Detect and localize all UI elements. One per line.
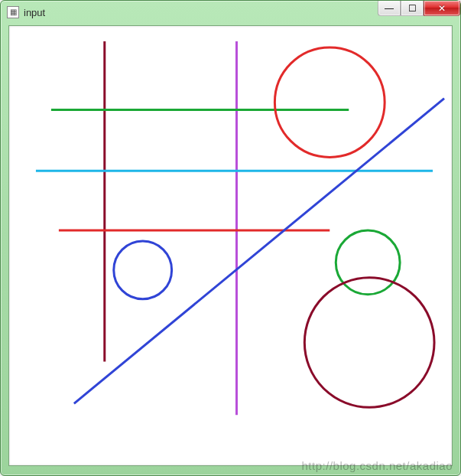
app-icon: ▦	[7, 6, 19, 18]
green-circle	[336, 230, 400, 295]
maximize-icon: ☐	[408, 3, 417, 14]
app-window: ▦ input — ☐ ✕ http://blog.csdn.net/akadi…	[0, 0, 461, 476]
window-title: input	[24, 7, 45, 18]
blue-diagonal	[74, 99, 444, 404]
maximize-button[interactable]: ☐	[401, 1, 424, 16]
dark-red-circle	[304, 278, 434, 407]
blue-circle	[114, 241, 172, 299]
window-controls: — ☐ ✕	[378, 1, 460, 18]
titlebar[interactable]: ▦ input — ☐ ✕	[1, 1, 460, 24]
close-icon: ✕	[438, 3, 446, 14]
drawing-canvas	[9, 26, 452, 465]
red-circle	[274, 47, 385, 158]
close-button[interactable]: ✕	[424, 1, 460, 16]
minimize-icon: —	[385, 3, 394, 14]
client-area	[8, 25, 453, 466]
minimize-button[interactable]: —	[378, 1, 401, 16]
